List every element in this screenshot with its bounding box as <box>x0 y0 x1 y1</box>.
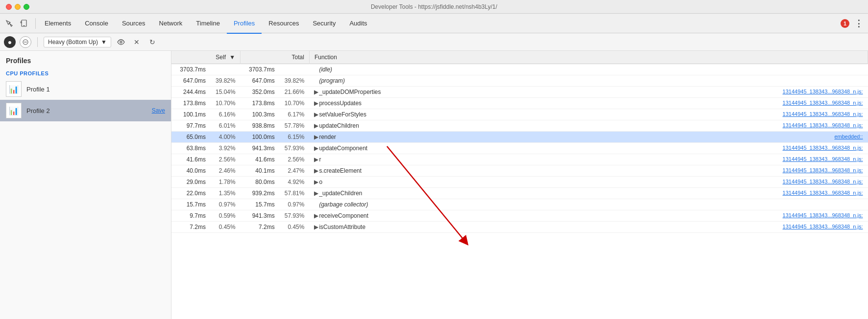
total-pct: 2.47% <box>280 165 310 177</box>
nav-icons <box>4 18 36 29</box>
source-link[interactable]: 13144945_138343...968348_n.js: <box>783 212 863 218</box>
toolbar: ● Heavy (Bottom Up) ▼ ✕ ↻ <box>0 33 868 51</box>
function-name: receiveComponent <box>319 212 368 219</box>
total-header[interactable]: Total <box>241 51 310 64</box>
expand-arrow-icon[interactable]: ▶ <box>314 134 319 140</box>
error-badge[interactable]: 1 <box>841 19 849 28</box>
self-pct: 0.97% <box>211 199 241 210</box>
view-mode-dropdown[interactable]: Heavy (Bottom Up) ▼ <box>44 37 111 47</box>
source-link[interactable]: 13144945_138343...968348_n.js: <box>783 179 863 184</box>
expand-arrow-icon[interactable]: ▶ <box>314 224 319 230</box>
expand-arrow-icon[interactable]: ▶ <box>314 145 319 152</box>
table-row[interactable]: 100.1ms6.16%100.3ms6.17%▶ setValueForSty… <box>171 109 868 120</box>
table-row[interactable]: 22.0ms1.35%939.2ms57.81%▶ _updateChildre… <box>171 188 868 199</box>
self-pct: 10.70% <box>211 98 241 109</box>
total-ms: 647.0ms <box>241 75 280 87</box>
self-pct: 39.82% <box>211 75 241 87</box>
function-cell: ▶ processUpdates13144945_138343...968348… <box>309 98 868 109</box>
self-header[interactable]: Self ▼ <box>171 51 241 64</box>
profile-2-item[interactable]: 📊 Profile 2 Save <box>0 100 171 121</box>
maximize-button[interactable] <box>24 4 29 10</box>
function-name: (garbage collector) <box>319 201 368 208</box>
sort-arrow-icon: ▼ <box>229 54 235 61</box>
main-table-area: Self ▼ Total Function 3703.7ms3703.7ms(i… <box>171 51 868 319</box>
close-button[interactable] <box>6 4 12 10</box>
table-row[interactable]: 29.0ms1.78%80.0ms4.92%▶ o13144945_138343… <box>171 177 868 188</box>
svg-point-5 <box>120 41 122 43</box>
source-link[interactable]: 13144945_138343...968348_n.js: <box>783 156 863 162</box>
expand-arrow-icon[interactable]: ▶ <box>314 111 319 118</box>
expand-arrow-icon[interactable]: ▶ <box>314 212 319 219</box>
profile-2-name: Profile 2 <box>26 107 147 114</box>
tab-sources[interactable]: Sources <box>115 14 152 34</box>
source-link[interactable]: 13144945_138343...968348_n.js: <box>783 122 863 128</box>
expand-arrow-icon[interactable]: ▶ <box>314 100 319 107</box>
tab-console[interactable]: Console <box>78 14 115 34</box>
expand-arrow-icon[interactable]: ▶ <box>314 179 319 185</box>
source-link[interactable]: 13144945_138343...968348_n.js: <box>783 145 863 151</box>
inspect-icon[interactable] <box>4 18 15 29</box>
record-button[interactable]: ● <box>4 36 16 48</box>
function-header[interactable]: Function <box>309 51 868 64</box>
source-link[interactable]: 13144945_138343...968348_n.js: <box>783 224 863 229</box>
tab-timeline[interactable]: Timeline <box>189 14 227 34</box>
device-icon[interactable] <box>19 18 29 29</box>
total-pct: 21.66% <box>280 87 310 98</box>
table-row[interactable]: 15.7ms0.97%15.7ms0.97%(garbage collector… <box>171 199 868 210</box>
expand-arrow-icon[interactable]: ▶ <box>314 122 319 129</box>
total-ms: 15.7ms <box>241 199 280 210</box>
tab-security[interactable]: Security <box>306 14 342 34</box>
source-link[interactable]: 13144945_138343...968348_n.js: <box>783 89 863 94</box>
tab-profiles[interactable]: Profiles <box>227 14 262 34</box>
save-profile-link[interactable]: Save <box>152 107 165 114</box>
table-row[interactable]: 63.8ms3.92%941.3ms57.93%▶ updateComponen… <box>171 143 868 154</box>
total-ms: 938.8ms <box>241 120 280 132</box>
table-row[interactable]: 9.7ms0.59%941.3ms57.93%▶ receiveComponen… <box>171 210 868 222</box>
tab-network[interactable]: Network <box>152 14 190 34</box>
tab-elements[interactable]: Elements <box>38 14 78 34</box>
table-row[interactable]: 40.0ms2.46%40.1ms2.47%▶ s.createElement1… <box>171 165 868 177</box>
source-link[interactable]: 13144945_138343...968348_n.js: <box>783 111 863 117</box>
source-link[interactable]: embedded:: <box>834 134 863 139</box>
table-row[interactable]: 7.2ms0.45%7.2ms0.45%▶ isCustomAttribute1… <box>171 222 868 233</box>
table-row[interactable]: 647.0ms39.82%647.0ms39.82%(program) <box>171 75 868 87</box>
function-cell: ▶ r13144945_138343...968348_n.js: <box>309 154 868 165</box>
function-cell: ▶ setValueForStyles13144945_138343...968… <box>309 109 868 120</box>
self-ms: 647.0ms <box>171 75 211 87</box>
tab-resources[interactable]: Resources <box>262 14 306 34</box>
more-menu-icon[interactable]: ⋮ <box>853 18 864 29</box>
source-link[interactable]: 13144945_138343...968348_n.js: <box>783 190 863 196</box>
table-row[interactable]: 173.8ms10.70%173.8ms10.70%▶ processUpdat… <box>171 98 868 109</box>
expand-arrow-icon[interactable]: ▶ <box>314 167 319 174</box>
expand-arrow-icon[interactable]: ▶ <box>314 190 319 197</box>
table-row[interactable]: 97.7ms6.01%938.8ms57.78%▶ updateChildren… <box>171 120 868 132</box>
table-row[interactable]: 244.4ms15.04%352.0ms21.66%▶ _updateDOMPr… <box>171 87 868 98</box>
total-pct: 0.45% <box>280 222 310 233</box>
total-ms: 7.2ms <box>241 222 280 233</box>
refresh-icon[interactable]: ↻ <box>146 36 158 48</box>
expand-arrow-icon[interactable]: ▶ <box>314 89 319 95</box>
source-link[interactable]: 13144945_138343...968348_n.js: <box>783 167 863 173</box>
profile-2-icon: 📊 <box>6 103 22 118</box>
profile-1-item[interactable]: 📊 Profile 1 <box>0 78 171 100</box>
focus-icon[interactable] <box>115 36 127 48</box>
function-cell: (garbage collector) <box>309 199 868 210</box>
title-bar: Developer Tools - https://jsfiddle.net/n… <box>0 0 868 14</box>
dropdown-label: Heavy (Bottom Up) <box>48 39 98 46</box>
total-pct: 39.82% <box>280 75 310 87</box>
expand-arrow-icon[interactable]: ▶ <box>314 156 319 163</box>
clear-icon[interactable]: ✕ <box>131 36 143 48</box>
total-ms: 939.2ms <box>241 188 280 199</box>
table-row[interactable]: 41.6ms2.56%41.6ms2.56%▶ r13144945_138343… <box>171 154 868 165</box>
function-cell: ▶ updateComponent13144945_138343...96834… <box>309 143 868 154</box>
table-row[interactable]: 65.0ms4.00%100.0ms6.15%▶ renderembedded:… <box>171 132 868 143</box>
tab-audits[interactable]: Audits <box>342 14 374 34</box>
stop-button[interactable] <box>20 36 31 48</box>
source-link[interactable]: 13144945_138343...968348_n.js: <box>783 100 863 106</box>
self-pct: 3.92% <box>211 143 241 154</box>
self-ms: 65.0ms <box>171 132 211 143</box>
self-pct: 0.45% <box>211 222 241 233</box>
minimize-button[interactable] <box>15 4 21 10</box>
table-row[interactable]: 3703.7ms3703.7ms(idle) <box>171 64 868 75</box>
profiles-table: Self ▼ Total Function 3703.7ms3703.7ms(i… <box>171 51 868 233</box>
